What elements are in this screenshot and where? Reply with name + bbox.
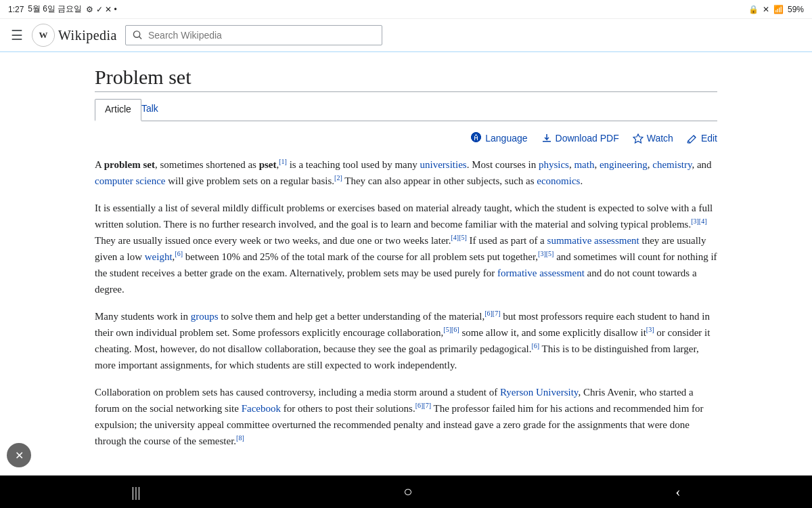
ref-67: [6][7] — [484, 310, 500, 317]
ref-link-67[interactable]: [6][7] — [484, 310, 500, 317]
watch-label: Watch — [647, 133, 673, 144]
hamburger-menu[interactable]: ☰ — [11, 27, 23, 43]
link-ryerson[interactable]: Ryerson University — [500, 387, 579, 398]
ref-link-1[interactable]: [1] — [279, 158, 287, 165]
link-facebook[interactable]: Facebook — [242, 403, 281, 414]
tabs: Article Talk — [95, 99, 717, 121]
edit-label: Edit — [701, 133, 717, 144]
wifi-icon: 📶 — [773, 5, 784, 14]
svg-marker-5 — [633, 134, 643, 143]
ref-67b: [6][7] — [415, 402, 431, 409]
signal-icon: ✕ — [763, 5, 769, 14]
link-weight[interactable]: weight — [145, 251, 173, 262]
wikipedia-logo-text: Wikipedia — [58, 28, 117, 43]
link-formative-assessment[interactable]: formative assessment — [497, 268, 585, 278]
edit-icon — [687, 133, 698, 144]
date: 5월 6일 금요일 — [28, 3, 82, 15]
status-left: 1:27 5월 6일 금요일 ⚙ ✓ ✕ • — [8, 3, 117, 15]
ref-6b: [6] — [531, 342, 539, 350]
link-chemistry[interactable]: chemistry — [652, 159, 692, 170]
ref-8: [8] — [236, 434, 244, 442]
home-btn[interactable]: ○ — [383, 476, 432, 487]
svg-line-6 — [694, 135, 696, 137]
bold-pset: pset — [259, 159, 277, 170]
edit-btn[interactable]: Edit — [687, 133, 717, 144]
download-pdf-label: Download PDF — [556, 133, 619, 144]
ref-link-3[interactable]: [3] — [646, 326, 654, 333]
search-icon — [133, 30, 143, 41]
top-nav: ☰ W Wikipedia — [0, 19, 812, 52]
ref-2: [2] — [334, 174, 342, 182]
ref-link-35[interactable]: [3][5] — [538, 250, 554, 257]
bottom-nav: ||| ○ ‹ — [0, 475, 812, 487]
ref-link-6a[interactable]: [6] — [175, 250, 183, 257]
ref-link-67b[interactable]: [6][7] — [415, 402, 431, 409]
svg-text:W: W — [39, 30, 48, 40]
ref-35: [3][5] — [538, 250, 554, 257]
wikipedia-logo-image: W — [31, 23, 55, 47]
floating-icon: ✕ — [15, 449, 24, 462]
link-groups[interactable]: groups — [191, 311, 219, 322]
download-pdf-btn[interactable]: Download PDF — [541, 133, 619, 144]
recent-apps-btn[interactable]: ||| — [111, 476, 160, 487]
link-computer-science[interactable]: computer science — [95, 175, 166, 186]
watch-icon — [633, 133, 644, 144]
link-universities[interactable]: universities — [420, 159, 467, 170]
ref-link-56[interactable]: [5][6] — [443, 326, 459, 333]
search-input[interactable] — [148, 30, 375, 41]
paragraph-1: A problem set, sometimes shortened as ps… — [95, 156, 717, 189]
ref-6a: [6] — [175, 250, 183, 257]
ref-link-6b[interactable]: [6] — [531, 342, 539, 350]
search-bar[interactable] — [125, 25, 382, 45]
toolbar: 🅐 Language Download PDF Watch E — [95, 132, 717, 144]
link-summative-assessment[interactable]: summative assessment — [547, 235, 639, 246]
link-physics[interactable]: physics — [539, 159, 569, 170]
svg-rect-4 — [543, 141, 551, 142]
watch-btn[interactable]: Watch — [633, 133, 673, 144]
status-right: 🔒 ✕ 📶 59% — [748, 5, 804, 14]
article-body: A problem set, sometimes shortened as ps… — [95, 156, 717, 449]
paragraph-2: It is essentially a list of several mild… — [95, 200, 717, 297]
battery: 59% — [788, 5, 804, 14]
link-economics[interactable]: economics — [537, 175, 580, 186]
ref-link-8[interactable]: [8] — [236, 434, 244, 442]
page-content: Problem set Article Talk 🅐 Language Down… — [81, 52, 731, 487]
paragraph-4: Collaboration on problem sets has caused… — [95, 384, 717, 449]
ref-link-34[interactable]: [3][4] — [691, 217, 706, 225]
tab-article[interactable]: Article — [95, 99, 141, 121]
lock-icon: 🔒 — [748, 5, 759, 14]
ref-34: [3][4] — [691, 217, 706, 225]
ref-1: [1] — [279, 158, 287, 165]
svg-line-3 — [139, 37, 141, 39]
ref-3: [3] — [646, 326, 654, 333]
link-math[interactable]: math — [574, 159, 594, 170]
page-title: Problem set — [95, 66, 717, 92]
back-btn[interactable]: ‹ — [655, 476, 700, 487]
status-bar: 1:27 5월 6일 금요일 ⚙ ✓ ✕ • 🔒 ✕ 📶 59% — [0, 0, 812, 19]
download-icon — [541, 133, 552, 144]
ref-56: [5][6] — [443, 326, 459, 333]
paragraph-3: Many students work in groups to solve th… — [95, 308, 717, 373]
language-label: Language — [485, 133, 527, 144]
floating-action-btn[interactable]: ✕ — [7, 443, 31, 467]
wikipedia-logo[interactable]: W Wikipedia — [31, 23, 117, 47]
ref-link-2[interactable]: [2] — [334, 174, 342, 182]
svg-point-2 — [133, 31, 139, 37]
time: 1:27 — [8, 5, 24, 14]
tab-talk[interactable]: Talk — [141, 99, 168, 121]
link-engineering[interactable]: engineering — [600, 159, 648, 170]
language-btn[interactable]: 🅐 Language — [471, 132, 527, 144]
ref-45: [4][5] — [451, 234, 467, 241]
bold-problem-set: problem set — [104, 159, 155, 170]
ref-link-45[interactable]: [4][5] — [451, 234, 467, 241]
language-icon: 🅐 — [471, 132, 482, 144]
status-icons: ⚙ ✓ ✕ • — [86, 5, 116, 14]
